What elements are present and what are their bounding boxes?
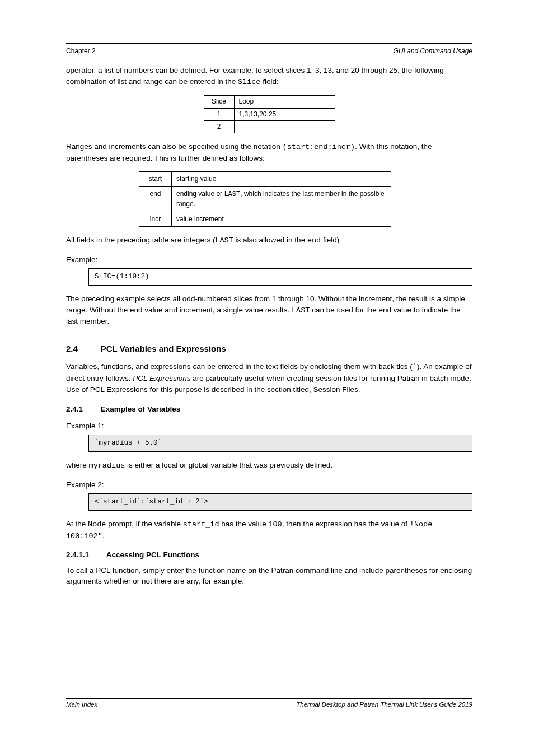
example1b-description: where myradius is either a local or glob…: [66, 460, 472, 472]
subsubsection-number: 2.4.1.1: [66, 549, 104, 561]
example2-description: At the Node prompt, if the variable star…: [66, 519, 472, 542]
subsection-number: 2.4.1: [66, 404, 99, 415]
table-cell: value increment: [172, 212, 391, 226]
example-label: Example 2:: [66, 479, 472, 491]
section-number: 2.4: [66, 343, 99, 355]
range-table-note: All fields in the preceding table are in…: [66, 235, 472, 246]
table-cell: end: [139, 186, 172, 212]
subsection-title: Examples of Variables: [101, 404, 181, 415]
section-description: Variables, functions, and expressions ca…: [66, 361, 472, 395]
table-row: 1 1,3,13,20:25: [204, 108, 335, 120]
table-row: incr value increment: [139, 212, 391, 226]
footer-left: Main Index: [66, 701, 97, 708]
table-cell: 1,3,13,20:25: [234, 108, 335, 120]
header-rule: [66, 43, 472, 44]
table-cell: [234, 120, 335, 133]
table-row: 2: [204, 120, 335, 133]
example-label: Example 1:: [66, 421, 472, 432]
example2-code-box: <`start_id`:`start_id + 2`>: [88, 493, 472, 511]
footer-rule: [66, 698, 472, 699]
table-cell: 2: [204, 120, 234, 133]
table-row: Slice Loop: [204, 96, 335, 108]
footer-right: Thermal Desktop and Patran Thermal Link …: [296, 701, 472, 708]
example-code-box: `myradius + 5.0`: [88, 435, 472, 452]
header-left: Chapter 2: [66, 47, 96, 55]
table-header-loop: Loop: [234, 96, 335, 108]
subsubsection-title: Accessing PCL Functions: [106, 549, 199, 561]
page-header: Chapter 2 GUI and Command Usage: [66, 47, 472, 55]
table-row: start starting value: [139, 172, 391, 186]
subsubsection-description: To call a PCL function, simply enter the…: [66, 565, 472, 587]
table-cell: starting value: [172, 172, 391, 186]
example1-description: The preceding example selects all odd-nu…: [66, 293, 472, 327]
table-cell: 1: [204, 108, 234, 120]
range-paragraph: Ranges and increments can also be specif…: [66, 141, 472, 164]
header-right: GUI and Command Usage: [394, 47, 472, 55]
example1-code-box: SLIC=(1:10:2): [88, 268, 472, 286]
slice-table: Slice Loop 1 1,3,13,20:25 2: [204, 95, 335, 133]
table-row: end ending value or LAST, which indicate…: [139, 186, 391, 212]
section-heading: 2.4 PCL Variables and Expressions: [66, 343, 472, 355]
subsubsection-heading: 2.4.1.1 Accessing PCL Functions: [66, 549, 472, 561]
table-cell: start: [139, 172, 172, 186]
page-footer: Main Index Thermal Desktop and Patran Th…: [66, 698, 472, 708]
table-cell: ending value or LAST, which indicates th…: [172, 186, 391, 212]
intro-paragraph: operator, a list of numbers can be defin…: [66, 65, 472, 87]
range-fields-table: start starting value end ending value or…: [139, 171, 391, 227]
section-title: PCL Variables and Expressions: [101, 343, 226, 355]
example-label: Example:: [66, 254, 472, 265]
subsection-heading: 2.4.1 Examples of Variables: [66, 404, 472, 415]
table-header-slice: Slice: [204, 96, 234, 108]
table-cell: incr: [139, 212, 172, 226]
